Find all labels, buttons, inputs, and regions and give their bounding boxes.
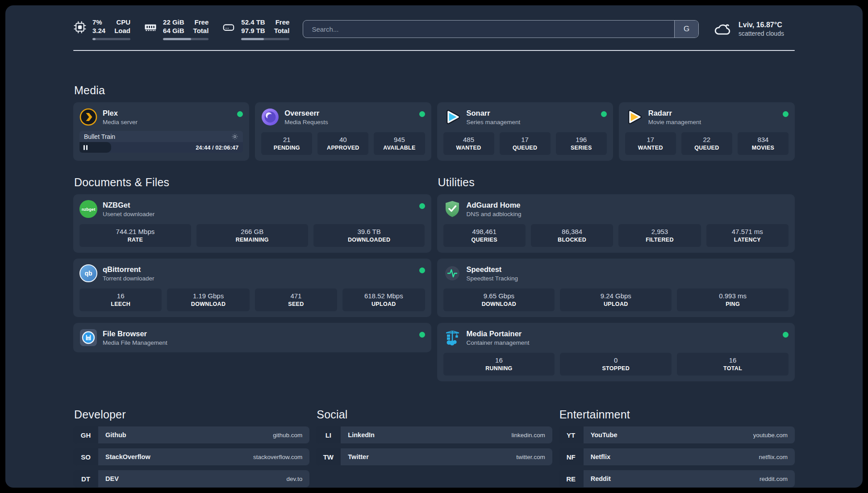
dev-abbr-icon: DT	[73, 470, 98, 487]
card-filebrowser[interactable]: File Browser Media File Management	[73, 323, 431, 352]
stat-box: 16TOTAL	[677, 353, 789, 376]
search-input[interactable]	[303, 21, 674, 38]
disk-stat: 52.4 TB97.9 TB FreeTotal	[222, 18, 289, 40]
cpu-stat: 7%3.24 CPULoad	[73, 18, 130, 40]
entertainment-section-title: Entertainment	[559, 408, 795, 421]
stat-box: 485WANTED	[443, 132, 494, 155]
card-title: Media Portainer	[467, 330, 530, 338]
cpu-load-label: Load	[114, 26, 130, 35]
disk-icon	[222, 21, 235, 34]
search-engine-button[interactable]: G	[674, 21, 698, 38]
bookmark-url: netflix.com	[759, 454, 788, 460]
github-abbr-icon: GH	[73, 426, 98, 443]
stat-box: 834MOVIES	[738, 132, 789, 155]
card-sonarr[interactable]: Sonarr Series management 485WANTED 17QUE…	[437, 102, 613, 161]
playback-time: 24:44 / 02:06:47	[196, 144, 243, 151]
bookmark-netflix[interactable]: NF Netflixnetflix.com	[559, 448, 795, 465]
bookmark-url: stackoverflow.com	[253, 454, 302, 460]
card-portainer[interactable]: Media Portainer Container management 16R…	[437, 323, 795, 381]
plex-icon	[79, 108, 97, 126]
status-dot	[419, 203, 425, 209]
bookmark-name: LinkedIn	[348, 431, 375, 439]
bookmark-url: reddit.com	[760, 476, 788, 482]
stat-box: 196SERIES	[556, 132, 607, 155]
stat-box: 17QUEUED	[500, 132, 551, 155]
status-dot	[419, 332, 425, 338]
bookmark-twitter[interactable]: TW Twittertwitter.com	[316, 448, 552, 465]
card-speedtest[interactable]: Speedtest Speedtest Tracking 9.65 GbpsDO…	[437, 259, 795, 317]
now-playing-title: Bullet Train	[84, 133, 115, 140]
weather-condition: scattered clouds	[739, 30, 784, 37]
cloud-icon	[712, 21, 733, 38]
bookmark-github[interactable]: GH Githubgithub.com	[73, 426, 309, 443]
bookmark-stackoverflow[interactable]: SO StackOverflowstackoverflow.com	[73, 448, 309, 465]
disk-total-label: Total	[274, 26, 290, 35]
card-adguard[interactable]: AdGuard Home DNS and adblocking 498,461Q…	[437, 194, 795, 253]
stat-box: 618.52 MbpsUPLOAD	[342, 288, 425, 311]
bookmark-name: Github	[105, 431, 126, 439]
dashboard: 7%3.24 CPULoad 22 GiB64 GiB FreeTotal	[5, 5, 863, 488]
bookmark-group-entertainment: Entertainment YT YouTubeyoutube.com NF N…	[559, 408, 795, 487]
speedtest-pulse-icon	[443, 264, 461, 282]
card-subtitle: Usenet downloader	[103, 211, 154, 217]
bookmark-linkedin[interactable]: LI LinkedInlinkedin.com	[316, 426, 552, 443]
card-plex[interactable]: Plex Media server Bullet Train	[73, 102, 249, 161]
section-utilities: Utilities AdGuard Home DNS and adblockin…	[437, 176, 795, 381]
card-title: AdGuard Home	[467, 201, 522, 209]
card-title: Overseerr	[284, 109, 328, 117]
pause-button[interactable]	[79, 142, 111, 153]
top-bar: 7%3.24 CPULoad 22 GiB64 GiB FreeTotal	[73, 16, 795, 42]
stat-box: 945AVAILABLE	[374, 132, 425, 155]
ram-free-label: Free	[193, 18, 209, 26]
cpu-label: CPU	[114, 18, 130, 26]
qbittorrent-icon: qb	[79, 264, 97, 282]
status-dot	[419, 111, 425, 117]
card-radarr[interactable]: Radarr Movie management 17WANTED 22QUEUE…	[619, 102, 795, 161]
stat-box: 9.65 GbpsDOWNLOAD	[443, 288, 555, 311]
bookmark-group-social: Social LI LinkedInlinkedin.com TW Twitte…	[316, 408, 552, 465]
section-documents: Documents & Files nzbget NZBGet Usenet d…	[73, 176, 431, 381]
card-qbittorrent[interactable]: qb qBittorrent Torrent downloader 16LEEC…	[73, 259, 431, 317]
gear-icon[interactable]	[231, 133, 238, 140]
card-title: Speedtest	[467, 265, 518, 274]
card-subtitle: Media server	[103, 119, 138, 125]
card-title: Sonarr	[467, 109, 521, 117]
stat-box: 498,461QUERIES	[443, 224, 526, 247]
card-title: File Browser	[103, 330, 167, 338]
bookmark-reddit[interactable]: RE Redditreddit.com	[559, 470, 795, 487]
card-subtitle: Series management	[467, 119, 521, 125]
status-dot	[783, 111, 789, 117]
bookmark-youtube[interactable]: YT YouTubeyoutube.com	[559, 426, 795, 443]
card-subtitle: Media Requests	[284, 119, 328, 125]
card-subtitle: Speedtest Tracking	[467, 275, 518, 282]
playback-progress-bar[interactable]: 24:44 / 02:06:47	[79, 142, 243, 153]
stat-box: 471SEED	[255, 288, 337, 311]
linkedin-abbr-icon: LI	[316, 426, 341, 443]
card-subtitle: DNS and adblocking	[467, 211, 522, 217]
weather-widget[interactable]: Lviv, 16.87°C scattered clouds	[712, 21, 795, 38]
system-stats: 7%3.24 CPULoad 22 GiB64 GiB FreeTotal	[73, 18, 289, 40]
plex-now-playing: Bullet Train 24:44 / 02:06:47	[79, 131, 243, 153]
adguard-shield-icon	[443, 200, 461, 218]
youtube-abbr-icon: YT	[559, 426, 584, 443]
bookmark-url: dev.to	[287, 476, 303, 482]
card-nzbget[interactable]: nzbget NZBGet Usenet downloader 744.21 M…	[73, 194, 431, 253]
stat-box: 266 GBREMAINING	[196, 224, 308, 247]
bookmark-name: Reddit	[591, 475, 611, 482]
cpu-icon	[73, 21, 87, 34]
disk-total-value: 97.9 TB	[241, 26, 265, 35]
card-overseerr[interactable]: Overseerr Media Requests 21PENDING 40APP…	[255, 102, 431, 161]
twitter-abbr-icon: TW	[316, 448, 341, 465]
card-title: NZBGet	[103, 201, 154, 209]
stat-box: 16RUNNING	[443, 353, 555, 376]
card-subtitle: Torrent downloader	[103, 275, 154, 282]
stat-box: 2,953FILTERED	[618, 224, 701, 247]
status-dot	[419, 267, 425, 273]
stat-box: 0.993 msPING	[677, 288, 789, 311]
sonarr-icon	[443, 108, 461, 126]
bookmark-dev[interactable]: DT DEVdev.to	[73, 470, 309, 487]
bookmark-url: twitter.com	[516, 454, 545, 460]
bookmark-url: linkedin.com	[512, 432, 545, 439]
ram-icon	[144, 21, 157, 34]
portainer-crane-icon	[443, 329, 461, 347]
